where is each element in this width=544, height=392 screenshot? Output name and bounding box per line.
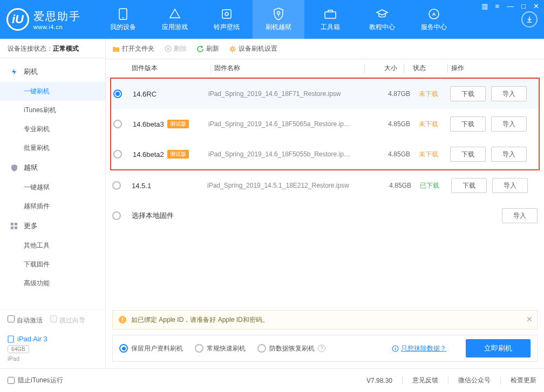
sidebar-item-batch-flash[interactable]: 批量刷机 [0, 139, 105, 157]
nav-toolbox[interactable]: 工具箱 [304, 0, 356, 39]
settings-button[interactable]: 设备刷机设置 [229, 44, 277, 53]
auto-activate-checkbox[interactable]: 自动激活 [8, 315, 43, 325]
svg-rect-21 [395, 347, 396, 347]
highlighted-rows: 14.6RC iPad_Spring_2019_14.6_18F71_Resto… [110, 78, 540, 170]
menu-icon[interactable]: ≡ [494, 2, 501, 10]
sidebar-item-pro-flash[interactable]: 专业刷机 [0, 120, 105, 139]
svg-point-16 [232, 47, 234, 50]
download-button[interactable]: 下载 [451, 178, 487, 193]
import-button[interactable]: 导入 [491, 86, 527, 101]
svg-rect-19 [122, 321, 123, 322]
svg-point-4 [277, 11, 280, 14]
shield-icon [272, 8, 285, 20]
feedback-link[interactable]: 意见反馈 [412, 376, 438, 385]
flash-now-button[interactable]: 立即刷机 [466, 339, 531, 357]
shirt-icon[interactable]: ▥ [480, 2, 489, 10]
notice-bar: 如已绑定 Apple ID，请准备好 Apple ID和密码。 ✕ [112, 310, 538, 329]
device-icon [8, 335, 14, 343]
mode-fast-flash[interactable]: 常规快速刷机 [195, 344, 246, 353]
appstore-icon [168, 8, 181, 20]
row-radio[interactable] [113, 120, 122, 128]
wechat-link[interactable]: 微信公众号 [458, 376, 491, 385]
local-firmware-row[interactable]: 选择本地固件 导入 [106, 201, 544, 231]
import-button[interactable]: 导入 [502, 208, 538, 223]
app-name: 爱思助手 [33, 9, 81, 24]
block-itunes-checkbox[interactable]: 阻止iTunes运行 [8, 376, 63, 385]
firmware-row[interactable]: 14.6beta2测试版 iPad_Spring_2019_14.6_18F50… [111, 139, 539, 169]
gear-icon [229, 45, 236, 53]
svg-rect-9 [15, 223, 17, 225]
row-radio[interactable] [113, 90, 122, 98]
table-header: 固件版本 固件名称 大小 状态 操作 [106, 59, 544, 78]
nav-my-device[interactable]: 我的设备 [97, 0, 149, 39]
erase-only-link[interactable]: 只想抹除数据？ [392, 344, 446, 353]
row-radio[interactable] [112, 181, 121, 190]
firmware-row[interactable]: 14.6beta3测试版 iPad_Spring_2019_14.6_18F50… [111, 109, 539, 139]
toolbox-icon [324, 8, 337, 20]
phone-icon [117, 8, 130, 20]
sidebar-group-more[interactable]: 更多 [0, 216, 105, 236]
firmware-row[interactable]: 14.5.1 iPad_Spring_2019_14.5.1_18E212_Re… [106, 170, 544, 201]
sidebar-item-itunes-flash[interactable]: iTunes刷机 [0, 101, 105, 120]
warning-icon [118, 315, 127, 324]
import-button[interactable]: 导入 [492, 178, 528, 193]
delete-button: 删除 [164, 44, 187, 53]
sidebar-group-jailbreak[interactable]: 越狱 [0, 157, 105, 178]
status-bar: 阻止iTunes运行 V7.98.30 意见反馈 微信公众号 检查更新 [0, 368, 544, 392]
app-url: www.i4.cn [33, 24, 81, 30]
device-info[interactable]: iPad Air 3 64GB iPad [0, 331, 105, 368]
nav-flash[interactable]: 刷机越狱 [253, 0, 304, 39]
flash-icon [10, 67, 18, 76]
shield-small-icon [10, 163, 18, 172]
sidebar-item-other-tools[interactable]: 其他工具 [0, 236, 105, 255]
top-bar: ▥ ≡ — □ ✕ iU 爱思助手 www.i4.cn 我的设备 应用游戏 铃声… [0, 0, 544, 39]
svg-rect-18 [122, 318, 123, 320]
open-folder-button[interactable]: 打开文件夹 [112, 44, 154, 53]
sidebar: 设备连接状态：正常模式 刷机 一键刷机 iTunes刷机 专业刷机 批量刷机 越… [0, 39, 106, 368]
download-button[interactable]: 下载 [450, 116, 486, 132]
sidebar-item-jb-plugins[interactable]: 越狱插件 [0, 197, 105, 216]
refresh-button[interactable]: 刷新 [196, 44, 219, 53]
download-progress-icon[interactable] [521, 11, 538, 27]
refresh-icon [196, 45, 204, 53]
download-button[interactable]: 下载 [450, 86, 486, 101]
import-button[interactable]: 导入 [491, 147, 527, 162]
row-radio[interactable] [112, 211, 121, 220]
sidebar-item-oneclick-jb[interactable]: 一键越狱 [0, 178, 105, 197]
sidebar-group-flash[interactable]: 刷机 [0, 61, 105, 82]
music-icon [220, 8, 233, 20]
info-icon [392, 345, 399, 352]
nav-service[interactable]: 服务中心 [408, 0, 460, 39]
sidebar-item-oneclick-flash[interactable]: 一键刷机 [0, 82, 105, 101]
maximize-icon[interactable]: □ [520, 2, 527, 10]
minimize-icon[interactable]: — [505, 2, 515, 10]
more-icon [10, 222, 18, 230]
connection-status: 设备连接状态：正常模式 [0, 39, 105, 58]
close-icon[interactable]: ✕ [532, 2, 541, 10]
check-update-link[interactable]: 检查更新 [511, 376, 536, 385]
row-radio[interactable] [113, 150, 122, 159]
compass-icon [427, 8, 440, 20]
mode-anti-recovery[interactable]: 防数据恢复刷机? [257, 344, 325, 353]
skip-guide-checkbox[interactable]: 跳过向导 [50, 315, 85, 325]
nav-tutorial[interactable]: 教程中心 [356, 0, 408, 39]
import-button[interactable]: 导入 [491, 116, 527, 132]
mode-keep-data[interactable]: 保留用户资料刷机 [119, 344, 183, 353]
svg-rect-11 [15, 226, 17, 229]
download-button[interactable]: 下载 [450, 147, 486, 162]
capacity-badge: 64GB [8, 345, 29, 353]
nav-ringtone[interactable]: 铃声壁纸 [201, 0, 253, 39]
help-icon[interactable]: ? [318, 345, 325, 352]
app-logo: iU 爱思助手 www.i4.cn [6, 8, 81, 31]
close-notice-icon[interactable]: ✕ [526, 315, 533, 324]
nav-apps[interactable]: 应用游戏 [149, 0, 201, 39]
flash-mode-bar: 保留用户资料刷机 常规快速刷机 防数据恢复刷机? 只想抹除数据？ 立即刷机 [112, 335, 538, 362]
svg-rect-8 [11, 223, 13, 225]
svg-rect-2 [222, 10, 231, 18]
sidebar-item-download-fw[interactable]: 下载固件 [0, 255, 105, 274]
sidebar-item-advanced[interactable]: 高级功能 [0, 274, 105, 293]
firmware-row[interactable]: 14.6RC iPad_Spring_2019_14.6_18F71_Resto… [111, 79, 539, 109]
main-nav: 我的设备 应用游戏 铃声壁纸 刷机越狱 工具箱 教程中心 服务中心 [97, 0, 515, 39]
svg-rect-22 [395, 348, 396, 350]
main-panel: 打开文件夹 删除 刷新 设备刷机设置 固件版本 固件名称 大小 状态 操作 14… [106, 39, 544, 368]
